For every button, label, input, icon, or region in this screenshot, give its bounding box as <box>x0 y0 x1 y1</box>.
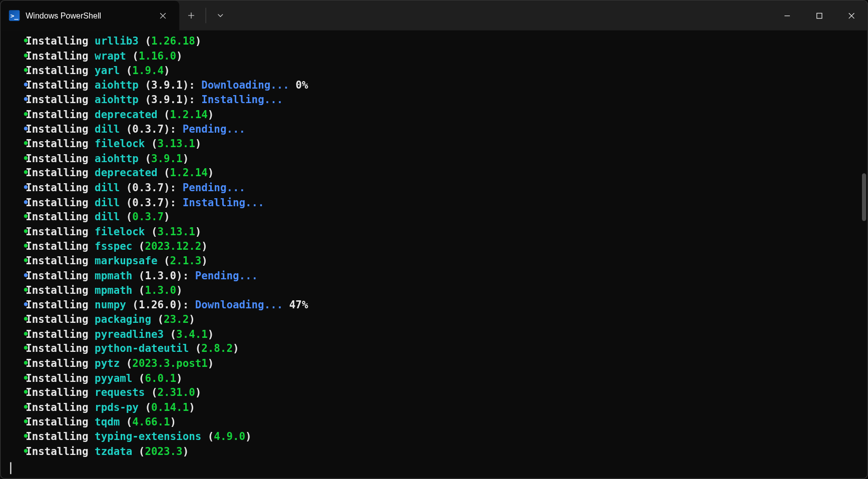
output-line: • Installing dill (0.3.7): Installing... <box>10 195 867 210</box>
bullet-icon: • <box>10 180 26 195</box>
bullet-icon: • <box>10 224 26 239</box>
tab-powershell[interactable]: >_ Windows PowerShell <box>1 1 179 31</box>
minimize-button[interactable] <box>771 1 803 31</box>
package-version: 3.9.1 <box>151 152 183 164</box>
output-line: • Installing deprecated (1.2.14) <box>10 107 867 122</box>
divider <box>206 8 206 23</box>
package-name: filelock <box>95 226 145 238</box>
output-line: • Installing aiohttp (3.9.1): Installing… <box>10 93 867 107</box>
install-label: Installing <box>26 196 95 208</box>
output-line: • Installing tzdata (2023.3) <box>10 444 867 458</box>
install-label: Installing <box>26 328 95 340</box>
bullet-icon: • <box>10 239 26 254</box>
package-version: 1.16.0 <box>139 50 176 62</box>
output-line: • Installing markupsafe (2.1.3) <box>10 254 867 268</box>
output-line: • Installing rpds-py (0.14.1) <box>10 400 867 414</box>
package-version: 2023.3.post1 <box>132 357 207 369</box>
install-label: Installing <box>26 313 95 325</box>
package-version: 2.31.0 <box>157 387 195 399</box>
install-label: Installing <box>26 401 95 413</box>
package-name: markupsafe <box>95 255 157 267</box>
bullet-icon: • <box>10 327 26 341</box>
install-label: Installing <box>26 182 95 194</box>
install-label: Installing <box>26 50 95 62</box>
install-label: Installing <box>26 152 95 164</box>
output-line: • Installing aiohttp (3.9.1) <box>10 151 867 166</box>
package-name: pyyaml <box>95 372 132 384</box>
bullet-icon: • <box>10 268 26 283</box>
package-version: 2.1.3 <box>170 255 202 267</box>
output-line: • Installing python-dateutil (2.8.2) <box>10 341 867 356</box>
package-version: 0.14.1 <box>151 401 189 413</box>
bullet-icon: • <box>10 49 26 63</box>
maximize-button[interactable] <box>803 1 835 31</box>
output-line: • Installing dill (0.3.7) <box>10 210 867 224</box>
output-line: • Installing tqdm (4.66.1) <box>10 415 867 429</box>
package-version: 3.13.1 <box>157 138 195 150</box>
package-version: 1.26.18 <box>151 35 195 47</box>
install-label: Installing <box>26 387 95 399</box>
cursor <box>10 462 11 474</box>
output-line: • Installing wrapt (1.16.0) <box>10 49 867 63</box>
output-line: • Installing mpmath (1.3.0) <box>10 283 867 297</box>
install-label: Installing <box>26 94 95 106</box>
window-controls <box>771 1 867 31</box>
install-label: Installing <box>26 372 95 384</box>
package-version: 1.3.0 <box>145 269 176 281</box>
scrollbar-thumb[interactable] <box>862 173 866 221</box>
output-line: • Installing dill (0.3.7): Pending... <box>10 180 867 195</box>
scrollbar-track[interactable] <box>861 32 866 476</box>
new-tab-button[interactable] <box>179 1 203 31</box>
bullet-icon: • <box>10 444 26 458</box>
output-line: • Installing filelock (3.13.1) <box>10 224 867 239</box>
minimize-icon <box>783 12 790 19</box>
output-line: • Installing numpy (1.26.0): Downloading… <box>10 298 867 312</box>
bullet-icon: • <box>10 283 26 297</box>
status-text: Pending... <box>183 123 245 135</box>
output-line: • Installing packaging (23.2) <box>10 312 867 327</box>
bullet-icon: • <box>10 63 26 78</box>
install-label: Installing <box>26 343 95 355</box>
output-line: • Installing mpmath (1.3.0): Pending... <box>10 268 867 283</box>
package-name: deprecated <box>95 167 157 179</box>
install-label: Installing <box>26 445 95 457</box>
package-name: packaging <box>95 313 151 325</box>
output-line: • Installing filelock (3.13.1) <box>10 137 867 151</box>
package-name: pyreadline3 <box>95 328 164 340</box>
package-name: mpmath <box>95 284 132 296</box>
bullet-icon: • <box>10 298 26 312</box>
tab-dropdown-button[interactable] <box>209 1 233 31</box>
output-line: • Installing deprecated (1.2.14) <box>10 166 867 180</box>
package-name: dill <box>95 123 120 135</box>
powershell-icon: >_ <box>9 10 20 21</box>
package-version: 0.3.7 <box>132 182 164 194</box>
package-name: dill <box>95 211 120 223</box>
status-text: Installing... <box>201 94 283 106</box>
bullet-icon: • <box>10 371 26 385</box>
install-label: Installing <box>26 211 95 223</box>
output-line: • Installing fsspec (2023.12.2) <box>10 239 867 254</box>
install-label: Installing <box>26 284 95 296</box>
titlebar: >_ Windows PowerShell <box>1 1 867 31</box>
bullet-icon: • <box>10 415 26 429</box>
package-version: 0.3.7 <box>132 196 164 208</box>
package-version: 3.4.1 <box>176 328 208 340</box>
close-window-button[interactable] <box>835 1 867 31</box>
package-name: typing-extensions <box>95 430 201 442</box>
package-version: 0.3.7 <box>132 123 164 135</box>
bullet-icon: • <box>10 93 26 107</box>
tab-bar: >_ Windows PowerShell <box>1 1 771 31</box>
output-line: • Installing typing-extensions (4.9.0) <box>10 429 867 444</box>
package-name: mpmath <box>95 269 132 281</box>
install-label: Installing <box>26 255 95 267</box>
install-label: Installing <box>26 357 95 369</box>
close-tab-button[interactable] <box>156 9 170 23</box>
package-version: 3.9.1 <box>151 94 183 106</box>
status-text: Downloading... <box>195 299 283 311</box>
package-version: 1.3.0 <box>145 284 176 296</box>
install-label: Installing <box>26 240 95 252</box>
terminal-output[interactable]: • Installing urllib3 (1.26.18) • Install… <box>1 31 867 474</box>
bullet-icon: • <box>10 78 26 93</box>
plus-icon <box>188 12 195 19</box>
package-name: aiohttp <box>95 152 139 164</box>
